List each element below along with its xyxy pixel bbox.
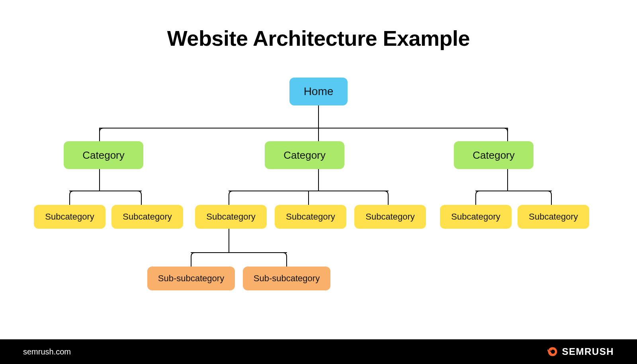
node-category: Category <box>454 141 533 169</box>
node-category-label: Category <box>79 149 128 162</box>
node-subcategory: Subcategory <box>275 205 346 229</box>
node-subsubcategory: Sub-subcategory <box>243 267 330 290</box>
page-title: Website Architecture Example <box>0 26 637 51</box>
node-subcategory: Subcategory <box>354 205 426 229</box>
semrush-flame-icon <box>546 346 558 358</box>
node-subsubcategory-label: Sub-subcategory <box>250 273 323 284</box>
diagram-connectors <box>0 0 637 364</box>
node-category-label: Category <box>280 149 329 162</box>
node-subcategory: Subcategory <box>518 205 589 229</box>
node-category: Category <box>265 141 344 169</box>
footer-brand-text: SEMRUSH <box>562 346 614 357</box>
node-subcategory: Subcategory <box>111 205 183 229</box>
node-subcategory-label: Subcategory <box>42 212 98 222</box>
node-subsubcategory: Sub-subcategory <box>147 267 235 290</box>
node-subcategory-label: Subcategory <box>362 212 418 222</box>
node-subsubcategory-label: Sub-subcategory <box>155 273 227 284</box>
node-subcategory: Subcategory <box>440 205 512 229</box>
node-subcategory-label: Subcategory <box>526 212 581 222</box>
footer-site-text: semrush.com <box>23 347 71 356</box>
footer: semrush.com SEMRUSH <box>0 339 637 364</box>
footer-brand: SEMRUSH <box>546 346 614 358</box>
node-subcategory: Subcategory <box>34 205 106 229</box>
svg-point-1 <box>551 350 555 354</box>
node-subcategory: Subcategory <box>195 205 267 229</box>
node-home: Home <box>289 78 348 105</box>
node-subcategory-label: Subcategory <box>283 212 338 222</box>
node-category-label: Category <box>469 149 518 162</box>
node-category: Category <box>64 141 143 169</box>
node-subcategory-label: Subcategory <box>203 212 259 222</box>
node-subcategory-label: Subcategory <box>119 212 175 222</box>
node-home-label: Home <box>301 85 337 98</box>
node-subcategory-label: Subcategory <box>448 212 504 222</box>
